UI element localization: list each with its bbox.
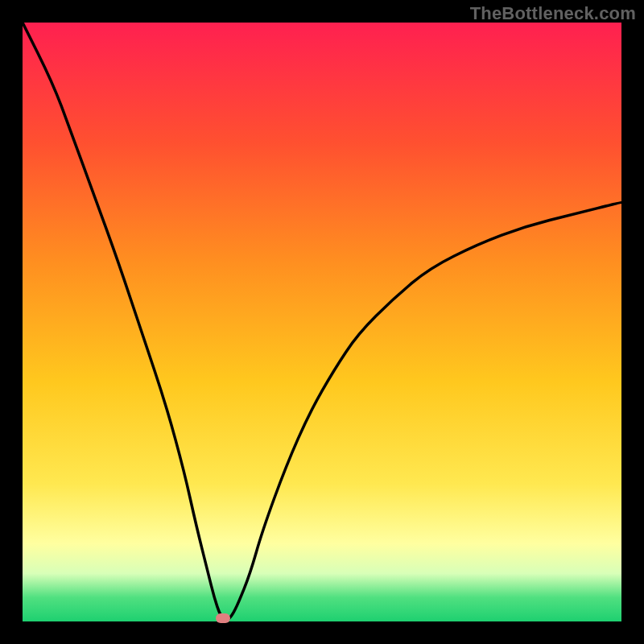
watermark-text: TheBottleneck.com bbox=[470, 3, 636, 24]
bottleneck-curve bbox=[23, 23, 621, 621]
bottleneck-min-marker bbox=[216, 613, 230, 623]
chart-frame: TheBottleneck.com bbox=[0, 0, 644, 644]
curve-path bbox=[23, 23, 621, 620]
chart-plot-area bbox=[23, 23, 621, 621]
